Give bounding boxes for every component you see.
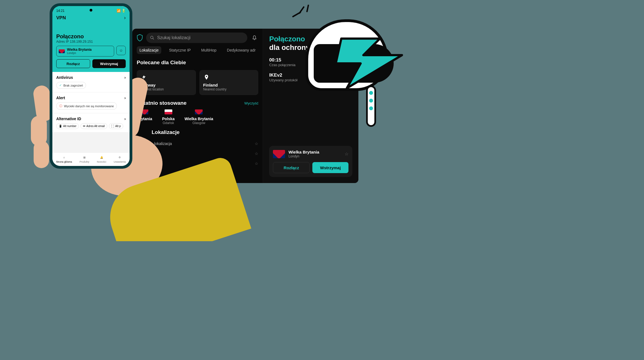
connection-time: 00:15: [269, 57, 352, 63]
connected-label-1: Połączono: [269, 35, 352, 43]
alert-title: Alert: [56, 96, 65, 100]
tab-locations[interactable]: Lokalizacje: [137, 46, 161, 54]
recent-name: Polska: [162, 117, 175, 121]
location-row: Wielka Brytania Londyn ☆: [273, 150, 348, 158]
recent-row: Brytania Polska Gdańsk Wielka Brytania G…: [132, 107, 263, 127]
phone-bottom-nav: ⌂ Strona główna ▦ Produkty 🔔 Nowości ⚙ U…: [52, 152, 130, 166]
desktop-panel: Szukaj lokalizacji Lokalizacje Statyczne…: [132, 29, 358, 183]
nav-products[interactable]: ▦ Produkty: [79, 155, 89, 163]
pause-button[interactable]: Wstrzymaj: [92, 59, 126, 68]
reco-sub: Nearest country: [203, 87, 255, 91]
disconnect-button[interactable]: Rozłącz: [273, 162, 310, 173]
phone-screen: 14:21 📶 🔋 VPN › Połączono Adres IP 138.1…: [52, 6, 130, 166]
current-location-card: Wielka Brytania Londyn ☆ Rozłącz Wstrzym…: [269, 146, 352, 177]
phone-body: Antivirus › ✓ Brak zagrożeń Alert › ⓘ Wy…: [52, 72, 130, 133]
gear-icon: ⚙: [114, 155, 126, 160]
search-input[interactable]: Szukaj lokalizacji: [146, 33, 247, 43]
list-item[interactable]: lokalizacia ☆: [137, 158, 258, 168]
nav-home[interactable]: ⌂ Strona główna: [56, 155, 72, 163]
star-icon[interactable]: ☆: [345, 151, 348, 157]
location-text: Wielka Brytania Londyn: [288, 150, 341, 158]
phone-icon: 📱: [59, 125, 62, 128]
desktop-left-col: Szukaj lokalizacji Lokalizacje Statyczne…: [132, 29, 263, 183]
tab-static-ip[interactable]: Statyczne IP: [166, 46, 194, 54]
list-item[interactable]: lokalizacja ☆: [137, 149, 258, 158]
camera-notch: [90, 9, 92, 12]
reco-sub: Fastest location: [141, 87, 192, 91]
location-tabs: Lokalizacje Statyczne IP MultiHop Dedyko…: [132, 46, 263, 57]
alert-card[interactable]: Alert › ⓘ Wycieki danych nie są monitoro…: [52, 92, 130, 113]
search-icon: [150, 36, 154, 40]
list-item[interactable]: Wirtualna lokalizacja ☆: [137, 139, 258, 149]
antivirus-card[interactable]: Antivirus › ✓ Brak zagrożeń: [52, 72, 130, 92]
protocol-value: IKEv2: [269, 72, 352, 78]
recommended-row: Norway Fastest location Finland Nearest …: [132, 68, 263, 97]
connection-status: Połączono dla ochrony: [269, 35, 352, 52]
grid-icon: ▦: [79, 155, 89, 160]
status-icons: 📶 🔋: [117, 9, 126, 13]
reco-name: Finland: [203, 83, 255, 87]
recent-item[interactable]: Brytania: [137, 109, 152, 125]
status-time: 14:21: [56, 9, 65, 13]
svg-line-1: [153, 38, 154, 39]
reco-card-nearest[interactable]: Finland Nearest country: [199, 70, 259, 95]
check-icon: ✓: [59, 84, 62, 87]
altid-title: Alternative ID: [56, 117, 81, 121]
location-selector-row: Wielka Brytania Londyn ☆: [56, 46, 126, 57]
notifications-button[interactable]: [251, 34, 258, 42]
alt-number-pill[interactable]: 📱Alt number: [56, 123, 79, 129]
alt-email-pill[interactable]: ✉Adres Alt email: [80, 123, 107, 129]
location-selector[interactable]: Wielka Brytania Londyn: [56, 46, 114, 57]
connection-time-label: Czas połączenia: [269, 63, 352, 67]
home-icon: ⌂: [56, 155, 72, 160]
recent-item[interactable]: Polska Gdańsk: [162, 109, 175, 125]
flag-uk-icon: [273, 150, 285, 158]
nav-settings[interactable]: ⚙ Ustawienia: [114, 155, 126, 163]
flag-pl-icon: [165, 109, 172, 114]
location-list: Wirtualna lokalizacja ☆ lokalizacja ☆ lo…: [132, 138, 263, 170]
recent-city: Gdańsk: [162, 121, 175, 125]
bell-icon: [252, 35, 257, 41]
location-city: Londyn: [288, 154, 341, 158]
favorite-button[interactable]: ☆: [116, 46, 126, 55]
time-stat: 00:15 Czas połączenia: [269, 57, 352, 67]
flag-uk-icon: [141, 109, 148, 114]
chevron-right-icon: ›: [124, 117, 126, 121]
phone-action-buttons: Rozłącz Wstrzymaj: [56, 59, 126, 68]
app-title-row[interactable]: VPN ›: [56, 15, 126, 21]
chevron-right-icon: ›: [124, 15, 126, 21]
action-buttons: Rozłącz Wstrzymaj: [273, 162, 348, 173]
location-city: Londyn: [67, 52, 92, 55]
pause-button[interactable]: Wstrzymaj: [312, 162, 348, 173]
nav-label: Nowości: [97, 160, 106, 163]
location-label: Wirtualna lokalizacja: [137, 141, 172, 146]
nav-news[interactable]: 🔔 Nowości: [97, 155, 106, 163]
altid-card[interactable]: Alternative ID › 📱Alt number ✉Adres Alt …: [52, 113, 130, 133]
disconnect-button[interactable]: Rozłącz: [56, 59, 90, 68]
alt-more-pill[interactable]: ⛶Alt p: [109, 123, 123, 129]
tab-multihop[interactable]: MultiHop: [198, 46, 219, 54]
star-icon[interactable]: ☆: [255, 161, 258, 166]
clear-recent-link[interactable]: Wyczyść: [244, 101, 258, 105]
reco-card-fastest[interactable]: Norway Fastest location: [137, 70, 196, 95]
phone-frame: 14:21 📶 🔋 VPN › Połączono Adres IP 138.1…: [50, 3, 132, 169]
tab-dedicated[interactable]: Dedykowany adr: [224, 46, 258, 54]
recent-heading: Ostatnio stosowane: [137, 100, 187, 106]
connected-heading: Połączono: [56, 33, 126, 40]
alert-status-pill: ⓘ Wycieki danych nie są monitorowane: [56, 102, 117, 110]
recent-item[interactable]: Wielka Brytania Glasgow: [184, 109, 213, 125]
antivirus-title: Antivirus: [56, 75, 73, 80]
location-name: Wielka Brytania: [288, 150, 341, 154]
connected-label-2: dla ochrony: [269, 43, 352, 52]
svg-point-2: [206, 76, 207, 77]
star-icon[interactable]: ☆: [255, 151, 258, 156]
reco-name: Norway: [141, 83, 192, 87]
location-name: Wielka Brytania: [67, 48, 92, 52]
star-icon[interactable]: ☆: [255, 141, 258, 146]
pin-icon: [203, 74, 210, 80]
altid-pills: 📱Alt number ✉Adres Alt email ⛶Alt p: [56, 123, 126, 129]
locations-heading: Lokalizacje: [132, 127, 263, 138]
chevron-right-icon: ›: [124, 75, 126, 80]
desktop-topbar: Szukaj lokalizacji: [132, 33, 263, 46]
nav-label: Strona główna: [56, 160, 72, 163]
